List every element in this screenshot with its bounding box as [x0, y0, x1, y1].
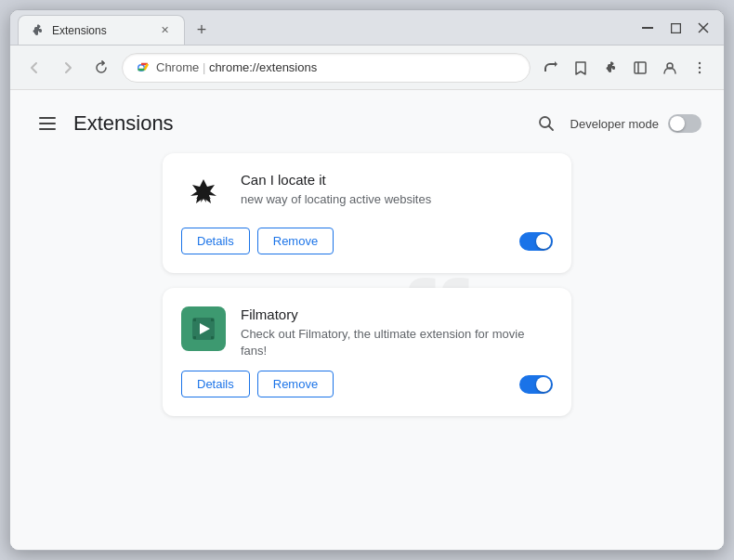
svg-rect-21 [211, 336, 214, 339]
search-button[interactable] [531, 109, 561, 138]
profile-button[interactable] [657, 55, 683, 81]
title-bar: Extensions ✕ + [10, 10, 724, 46]
close-button[interactable] [690, 18, 716, 38]
header-left: Extensions [33, 109, 174, 138]
maximize-button[interactable] [662, 18, 688, 38]
svg-point-9 [699, 61, 701, 63]
address-brand: Chrome | chrome://extensions [156, 60, 518, 74]
address-bar: Chrome | chrome://extensions [10, 46, 724, 90]
extension-toggle-1[interactable] [519, 375, 553, 394]
bookmark-button[interactable] [568, 55, 594, 81]
extension-icon-0 [181, 172, 226, 216]
svg-point-10 [699, 66, 701, 68]
extension-details-button-1[interactable]: Details [181, 371, 250, 397]
extension-top-1: Filmatory Check out Filmatory, the ultim… [181, 306, 553, 359]
extension-info-1: Filmatory Check out Filmatory, the ultim… [241, 306, 553, 359]
tabs-row: Extensions ✕ + [18, 10, 215, 45]
extension-remove-button-0[interactable]: Remove [257, 228, 334, 254]
extension-icon-1 [181, 306, 226, 351]
extension-card-1: Filmatory Check out Filmatory, the ultim… [163, 288, 571, 416]
page-title: Extensions [73, 111, 174, 136]
page-content: ggff Extensions Developer mode [10, 90, 724, 550]
extension-buttons-1: Details Remove [181, 371, 334, 397]
svg-rect-18 [193, 319, 196, 321]
extension-desc-1: Check out Filmatory, the ultimate extens… [241, 326, 553, 359]
developer-mode-toggle[interactable] [668, 114, 701, 133]
svg-rect-20 [211, 319, 214, 321]
extension-card-0: Can I locate it new way of locating acti… [163, 153, 571, 273]
extension-info-0: Can I locate it new way of locating acti… [241, 172, 553, 208]
extension-bottom-1: Details Remove [181, 371, 553, 397]
extensions-puzzle-button[interactable] [597, 55, 623, 81]
extension-buttons-0: Details Remove [181, 228, 334, 254]
minimize-button[interactable] [635, 18, 661, 38]
address-input[interactable]: Chrome | chrome://extensions [122, 53, 531, 83]
extensions-header: Extensions Developer mode [10, 90, 724, 153]
developer-mode-label: Developer mode [570, 117, 659, 131]
svg-rect-6 [635, 62, 646, 73]
svg-rect-19 [193, 336, 196, 339]
svg-point-11 [699, 71, 701, 72]
window-controls [635, 18, 716, 38]
reload-button[interactable] [88, 55, 114, 81]
header-right: Developer mode [531, 109, 701, 138]
extensions-list: Can I locate it new way of locating acti… [10, 153, 724, 438]
tab-close-button[interactable]: ✕ [156, 22, 173, 39]
svg-rect-1 [671, 23, 680, 33]
extension-bottom-0: Details Remove [181, 228, 553, 254]
extension-desc-0: new way of locating active websites [241, 191, 553, 208]
address-actions [538, 55, 713, 81]
chrome-icon [134, 60, 149, 75]
browser-window: Extensions ✕ + [9, 9, 725, 551]
extension-remove-button-1[interactable]: Remove [257, 371, 334, 397]
back-button[interactable] [21, 55, 47, 81]
svg-rect-0 [642, 27, 653, 29]
tab-title: Extensions [52, 24, 149, 37]
extension-name-1: Filmatory [241, 306, 553, 322]
extensions-tab[interactable]: Extensions ✕ [18, 15, 185, 45]
menu-button[interactable] [687, 55, 713, 81]
forward-button[interactable] [55, 55, 81, 81]
sidebar-toggle-button[interactable] [627, 55, 653, 81]
hamburger-menu-button[interactable] [33, 109, 62, 138]
extension-details-button-0[interactable]: Details [181, 228, 250, 254]
extension-top-0: Can I locate it new way of locating acti… [181, 172, 553, 216]
extension-name-0: Can I locate it [241, 172, 553, 188]
new-tab-button[interactable]: + [189, 17, 215, 43]
svg-line-13 [548, 126, 553, 131]
tab-favicon [30, 23, 45, 38]
share-button[interactable] [538, 55, 564, 81]
extension-toggle-0[interactable] [519, 232, 553, 251]
